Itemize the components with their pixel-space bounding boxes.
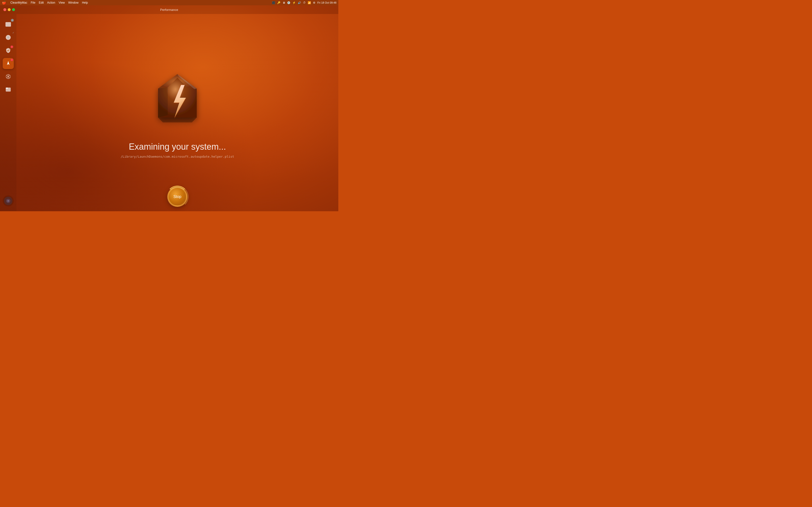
stop-button[interactable]: Stop xyxy=(168,187,187,207)
svg-marker-5 xyxy=(7,61,9,65)
apple-menu[interactable]: 🍎 xyxy=(2,1,6,5)
svg-line-10 xyxy=(9,77,10,78)
menubar-controlcenter-icon[interactable]: ⚙ xyxy=(313,1,315,4)
sidebar-item-performance[interactable] xyxy=(3,58,14,69)
privacy-icon xyxy=(5,47,12,54)
files-icon xyxy=(5,86,12,93)
main-window: Performance ✓ ✓ xyxy=(0,5,338,211)
content-area: ✓ ✓ xyxy=(0,14,338,211)
menubar-storage-icon[interactable]: 💿 xyxy=(287,1,291,4)
sidebar-item-files[interactable] xyxy=(3,84,14,95)
svg-line-12 xyxy=(6,77,8,78)
svg-point-4 xyxy=(7,37,9,38)
menubar-view[interactable]: View xyxy=(58,1,65,4)
menubar-timemachine-icon[interactable]: ⏱ xyxy=(303,1,306,4)
applications-icon xyxy=(5,73,12,80)
protection-icon xyxy=(5,34,12,41)
close-button[interactable] xyxy=(3,8,6,11)
menubar-window[interactable]: Window xyxy=(68,1,79,4)
performance-app-icon xyxy=(144,67,211,134)
minimize-button[interactable] xyxy=(8,8,11,11)
scanner-icon xyxy=(5,21,12,28)
menubar-edit[interactable]: Edit xyxy=(39,1,44,4)
sidebar-bottom-helper[interactable] xyxy=(3,195,14,207)
menubar-left: 🍎 CleanMyMac File Edit Action View Windo… xyxy=(2,1,88,5)
menubar-keychain-icon[interactable]: 🔑 xyxy=(277,1,281,4)
menubar-wifi-icon[interactable]: 📶 xyxy=(308,1,311,4)
svg-point-20 xyxy=(7,200,9,202)
svg-line-13 xyxy=(6,75,8,76)
window-title: Performance xyxy=(160,8,178,12)
menubar-action[interactable]: Action xyxy=(47,1,55,4)
performance-icon xyxy=(5,60,12,67)
svg-rect-2 xyxy=(7,25,10,26)
examining-subtext: /Library/LaunchDaemons/com.microsoft.aut… xyxy=(120,155,234,158)
menubar: 🍎 CleanMyMac File Edit Action View Windo… xyxy=(0,0,338,5)
stop-button-container: Stop xyxy=(168,187,187,207)
sidebar: ✓ ✓ xyxy=(0,14,16,211)
titlebar: Performance xyxy=(0,5,338,14)
menubar-volume-icon[interactable]: 🔊 xyxy=(298,1,301,4)
menubar-bluetooth-icon[interactable]: ⚡ xyxy=(292,1,296,4)
main-panel: Examining your system... /Library/Launch… xyxy=(16,14,338,211)
performance-icon-svg xyxy=(144,67,211,134)
privacy-badge xyxy=(10,45,13,48)
performance-badge xyxy=(10,58,13,61)
examining-heading: Examining your system... xyxy=(129,142,226,152)
menubar-file[interactable]: File xyxy=(31,1,35,4)
progress-ring xyxy=(166,186,189,208)
helper-icon xyxy=(3,195,14,207)
svg-point-7 xyxy=(7,76,9,77)
menubar-app-name[interactable]: CleanMyMac xyxy=(10,1,27,4)
sidebar-item-privacy[interactable] xyxy=(3,45,14,56)
menubar-help[interactable]: Help xyxy=(82,1,88,4)
maximize-button[interactable] xyxy=(12,8,15,11)
traffic-lights xyxy=(3,8,15,11)
menubar-monitor-icon[interactable]: 🖥 xyxy=(283,1,285,4)
sidebar-item-protection[interactable]: ✓ xyxy=(3,32,14,43)
sidebar-item-scanner[interactable]: ✓ xyxy=(3,19,14,30)
sidebar-item-applications[interactable] xyxy=(3,71,14,82)
svg-rect-15 xyxy=(6,88,8,89)
svg-line-9 xyxy=(9,75,10,76)
menubar-right: ⬛ 🔑 🖥 💿 ⚡ 🔊 ⏱ 📶 ⚙ Fri 18 Oct 09:48 xyxy=(272,1,337,4)
menubar-display-icon[interactable]: ⬛ xyxy=(272,1,275,4)
menubar-datetime: Fri 18 Oct 09:48 xyxy=(317,1,337,4)
